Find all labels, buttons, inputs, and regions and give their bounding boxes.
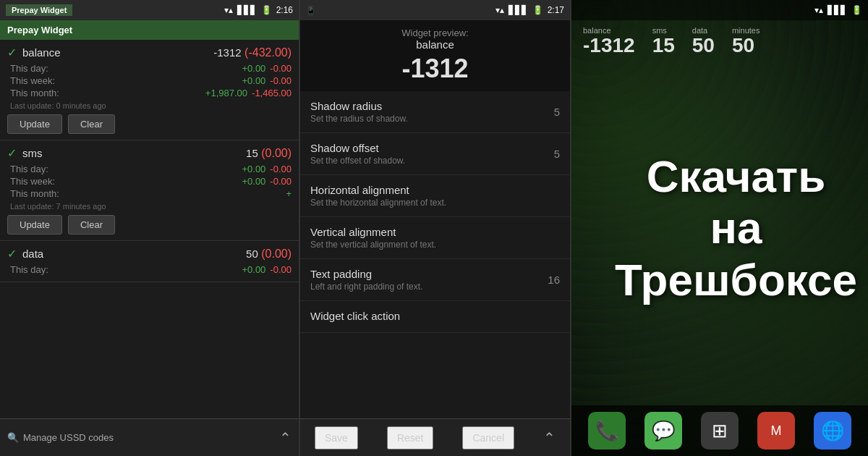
- settings-shadow-radius-value: 5: [542, 106, 560, 118]
- settings-text-padding[interactable]: Text padding Left and right padding of t…: [300, 259, 570, 301]
- right-data-item: data 50: [692, 26, 715, 57]
- settings-text-padding-title: Text padding: [310, 268, 542, 280]
- settings-vertical-alignment-title: Vertical alignment: [310, 226, 542, 238]
- settings-widget-click-action[interactable]: Widget click action: [300, 301, 570, 333]
- right-minutes-value: 50: [732, 35, 754, 57]
- data-label: data: [22, 248, 43, 260]
- sms-clear-button[interactable]: Clear: [68, 215, 115, 235]
- settings-text-padding-value: 16: [542, 274, 560, 286]
- balance-week-label: This week:: [10, 75, 55, 86]
- settings-widget-click-action-title: Widget click action: [310, 310, 542, 322]
- wifi-icon: ▾▴: [224, 5, 233, 15]
- settings-shadow-offset-left: Shadow offset Set the offset of shadow.: [310, 142, 542, 166]
- data-title-row: ✓ data: [7, 247, 43, 261]
- settings-shadow-offset[interactable]: Shadow offset Set the offset of shadow. …: [300, 133, 570, 175]
- balance-day-pos: +0.00: [242, 63, 265, 74]
- sms-last-update: Last update: 7 minutes ago: [10, 202, 292, 211]
- battery-icon: 🔋: [261, 5, 272, 15]
- save-button[interactable]: Save: [315, 426, 358, 449]
- balance-extra: (-432.00): [244, 46, 292, 59]
- widget-preview-header: Widget preview: balance -1312: [300, 20, 570, 91]
- balance-day-neg: -0.00: [270, 63, 292, 74]
- data-main-row: ✓ data 50 (0.00): [7, 247, 292, 261]
- balance-clear-button[interactable]: Clear: [68, 114, 115, 134]
- apps-icon: ⊞: [712, 420, 728, 442]
- balance-month-row: This month: +1,987.00 -1,465.00: [7, 87, 292, 99]
- middle-arrow-up-button[interactable]: ⌃: [543, 429, 556, 447]
- sms-section: ✓ sms 15 (0.00) This day: +0.00 -0.00 Th…: [0, 140, 299, 241]
- middle-panel: 📱 ▾▴ ▋▋▋ 🔋 2:17 Widget preview: balance …: [300, 0, 571, 456]
- cancel-button[interactable]: Cancel: [462, 426, 514, 449]
- balance-value-row: -1312 (-432.00): [213, 46, 292, 59]
- right-panel: ▾▴ ▋▋▋ 🔋 balance -1312 sms 15 data 50 mi…: [571, 0, 868, 456]
- widget-header: Prepay Widget: [0, 20, 299, 40]
- settings-shadow-radius[interactable]: Shadow radius Set the radius of shadow. …: [300, 91, 570, 133]
- sms-value: 15: [246, 147, 258, 159]
- right-dock: 📞 💬 ⊞ M 🌐: [571, 405, 868, 456]
- preview-label: Widget preview:: [307, 28, 563, 38]
- balance-week-row: This week: +0.00 -0.00: [7, 75, 292, 87]
- balance-value: -1312: [213, 46, 241, 59]
- balance-update-button[interactable]: Update: [7, 114, 62, 134]
- middle-status-bar: 📱 ▾▴ ▋▋▋ 🔋 2:17: [300, 0, 570, 20]
- settings-horizontal-alignment[interactable]: Horizontal alignment Set the horizontal …: [300, 175, 570, 217]
- settings-shadow-radius-left: Shadow radius Set the radius of shadow.: [310, 100, 542, 124]
- sms-title-row: ✓ sms: [7, 146, 43, 160]
- settings-shadow-radius-desc: Set the radius of shadow.: [310, 114, 542, 124]
- balance-week-neg: -0.00: [270, 75, 292, 86]
- reset-button[interactable]: Reset: [387, 426, 434, 449]
- message-icon: 💬: [652, 420, 675, 442]
- sms-week-pos: +0.00: [242, 176, 265, 187]
- balance-week-values: +0.00 -0.00: [242, 75, 292, 86]
- balance-month-neg: -1,465.00: [252, 88, 292, 98]
- settings-horizontal-alignment-title: Horizontal alignment: [310, 184, 542, 196]
- data-check-icon: ✓: [7, 247, 17, 261]
- settings-text-padding-desc: Left and right padding of text.: [310, 282, 542, 292]
- sms-week-row: This week: +0.00 -0.00: [7, 175, 292, 187]
- data-day-neg: -0.00: [270, 264, 292, 275]
- dock-gmail-icon[interactable]: M: [757, 412, 795, 449]
- left-arrow-up-button[interactable]: ⌃: [279, 429, 292, 447]
- left-bottom-bar: 🔍 Manage USSD codes ⌃: [0, 418, 299, 456]
- data-section: ✓ data 50 (0.00) This day: +0.00 -0.00: [0, 241, 299, 282]
- sms-day-row: This day: +0.00 -0.00: [7, 163, 292, 175]
- left-status-bar: Prepay Widget ▾▴ ▋▋▋ 🔋 2:16: [0, 0, 299, 20]
- gmail-icon: M: [771, 423, 782, 439]
- settings-shadow-offset-title: Shadow offset: [310, 142, 542, 154]
- sms-week-values: +0.00 -0.00: [242, 176, 292, 187]
- manage-ussd-button[interactable]: 🔍 Manage USSD codes: [7, 432, 114, 443]
- sms-month-pos: +: [286, 188, 292, 199]
- data-day-row: This day: +0.00 -0.00: [7, 263, 292, 276]
- balance-label: balance: [22, 46, 61, 59]
- balance-btn-row: Update Clear: [7, 114, 292, 134]
- dock-phone-icon[interactable]: 📞: [588, 412, 626, 449]
- data-day-pos: +0.00: [242, 264, 265, 275]
- left-app-title: Prepay Widget: [6, 4, 72, 16]
- settings-shadow-offset-value: 5: [542, 148, 560, 160]
- settings-horizontal-alignment-left: Horizontal alignment Set the horizontal …: [310, 184, 542, 208]
- balance-day-row: This day: +0.00 -0.00: [7, 62, 292, 75]
- sms-label: sms: [22, 147, 43, 159]
- settings-horizontal-alignment-desc: Set the horizontal alignment of text.: [310, 198, 542, 208]
- middle-time: 2:17: [548, 5, 564, 15]
- right-minutes-item: minutes 50: [732, 26, 760, 57]
- settings-shadow-radius-title: Shadow radius: [310, 100, 542, 112]
- preview-title: balance: [307, 38, 563, 51]
- preview-value: -1312: [307, 54, 563, 84]
- sms-week-neg: -0.00: [270, 176, 292, 187]
- settings-vertical-alignment-desc: Set the vertical alignment of text.: [310, 240, 542, 250]
- right-sms-item: sms 15: [652, 26, 675, 57]
- right-battery-icon: 🔋: [851, 5, 862, 15]
- dock-apps-icon[interactable]: ⊞: [701, 412, 739, 449]
- middle-bottom-bar: Save Reset Cancel ⌃: [300, 418, 570, 456]
- dock-web-icon[interactable]: 🌐: [814, 412, 851, 449]
- balance-month-label: This month:: [10, 88, 59, 98]
- middle-status-right: ▾▴ ▋▋▋ 🔋 2:17: [495, 5, 564, 15]
- sms-month-label: This month:: [10, 188, 59, 199]
- settings-vertical-alignment-left: Vertical alignment Set the vertical alig…: [310, 226, 542, 250]
- right-wifi-icon: ▾▴: [814, 5, 823, 15]
- right-widget-bar: balance -1312 sms 15 data 50 minutes 50: [571, 20, 868, 63]
- sms-update-button[interactable]: Update: [7, 215, 62, 235]
- settings-vertical-alignment[interactable]: Vertical alignment Set the vertical alig…: [300, 217, 570, 259]
- dock-sms-icon[interactable]: 💬: [644, 412, 682, 449]
